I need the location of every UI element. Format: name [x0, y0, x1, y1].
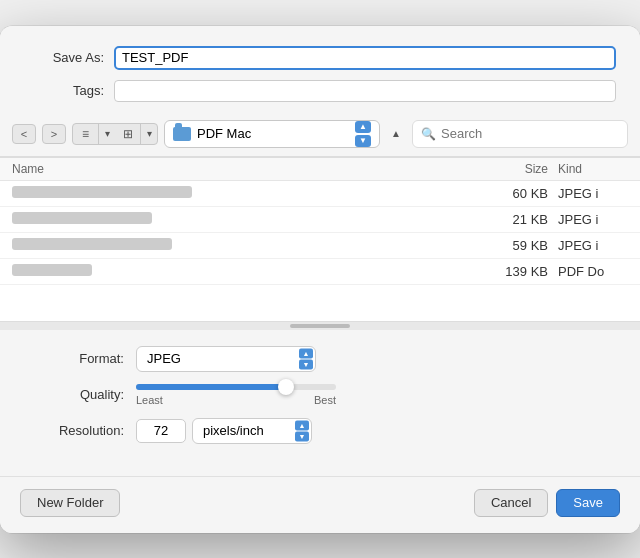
quality-slider-track: [136, 384, 336, 390]
save-as-label: Save As:: [24, 50, 104, 65]
forward-button[interactable]: >: [42, 124, 66, 144]
resolution-label: Resolution:: [24, 423, 124, 438]
resolution-row: Resolution: pixels/inch pixels/cm ▲ ▼: [24, 418, 616, 444]
divider-bar: [290, 324, 350, 328]
row-name-2: [12, 212, 468, 227]
footer: New Folder Cancel Save: [0, 476, 640, 533]
grid-view-button[interactable]: ⊞: [115, 124, 141, 144]
tags-input[interactable]: [114, 80, 616, 102]
new-folder-button[interactable]: New Folder: [20, 489, 120, 517]
table-body: 60 KB JPEG i 21 KB JPEG i 59 KB JPEG i: [0, 181, 640, 321]
folder-icon: [173, 127, 191, 141]
footer-right: Cancel Save: [474, 489, 620, 517]
tags-label: Tags:: [24, 83, 104, 98]
save-button[interactable]: Save: [556, 489, 620, 517]
table-row[interactable]: 21 KB JPEG i: [0, 207, 640, 233]
resolution-stepper-up[interactable]: ▲: [295, 420, 309, 430]
resize-handle[interactable]: [0, 322, 640, 330]
tags-row: Tags:: [24, 80, 616, 102]
slider-labels: Least Best: [136, 394, 336, 406]
bottom-section: Format: JPEG PNG TIFF PDF ▲ ▼ Quality:: [0, 330, 640, 476]
view-btn-group: ≡ ▾ ⊞ ▾: [72, 123, 158, 145]
col-name-header: Name: [12, 162, 468, 176]
list-view-button[interactable]: ≡: [73, 124, 99, 144]
resolution-unit-wrapper: pixels/inch pixels/cm ▲ ▼: [192, 418, 312, 444]
save-dialog: Save As: Tags: < > ≡ ▾ ⊞ ▾ PDF Mac ▲ ▼ ▲…: [0, 26, 640, 533]
location-stepper[interactable]: ▲ ▼: [355, 120, 371, 148]
row-size-3: 59 KB: [468, 238, 548, 253]
save-as-row: Save As:: [24, 46, 616, 70]
location-selector[interactable]: PDF Mac ▲ ▼: [164, 120, 380, 148]
row-name-1: [12, 186, 468, 201]
col-kind-header: Kind: [548, 162, 628, 176]
format-row: Format: JPEG PNG TIFF PDF ▲ ▼: [24, 346, 616, 372]
format-select[interactable]: JPEG PNG TIFF PDF: [136, 346, 316, 372]
cancel-button[interactable]: Cancel: [474, 489, 548, 517]
back-button[interactable]: <: [12, 124, 36, 144]
search-icon: 🔍: [421, 127, 436, 141]
table-row[interactable]: 60 KB JPEG i: [0, 181, 640, 207]
resolution-stepper: ▲ ▼: [295, 420, 309, 441]
resolution-unit-select[interactable]: pixels/inch pixels/cm: [192, 418, 312, 444]
row-kind-2: JPEG i: [548, 212, 628, 227]
table-header: Name Size Kind: [0, 158, 640, 181]
format-stepper: ▲ ▼: [299, 348, 313, 369]
format-stepper-up[interactable]: ▲: [299, 348, 313, 358]
top-section: Save As: Tags:: [0, 26, 640, 102]
quality-slider-thumb[interactable]: [278, 379, 294, 395]
collapse-button[interactable]: ▲: [386, 124, 406, 144]
list-view-dropdown[interactable]: ▾: [99, 124, 115, 144]
format-select-wrapper: JPEG PNG TIFF PDF ▲ ▼: [136, 346, 316, 372]
row-name-4: [12, 264, 468, 279]
table-row[interactable]: 139 KB PDF Do: [0, 259, 640, 285]
col-size-header: Size: [468, 162, 548, 176]
blurred-filename-1: [12, 186, 192, 198]
stepper-up[interactable]: ▲: [355, 121, 371, 133]
file-table: Name Size Kind 60 KB JPEG i 21 KB JPEG i: [0, 157, 640, 322]
blurred-filename-4: [12, 264, 92, 276]
row-kind-4: PDF Do: [548, 264, 628, 279]
save-as-input[interactable]: [114, 46, 616, 70]
toolbar: < > ≡ ▾ ⊞ ▾ PDF Mac ▲ ▼ ▲ 🔍: [0, 112, 640, 157]
table-row[interactable]: 59 KB JPEG i: [0, 233, 640, 259]
quality-best-label: Best: [314, 394, 336, 406]
search-input[interactable]: [441, 126, 619, 141]
search-box: 🔍: [412, 120, 628, 148]
stepper-down[interactable]: ▼: [355, 135, 371, 147]
row-kind-1: JPEG i: [548, 186, 628, 201]
location-name: PDF Mac: [197, 126, 349, 141]
blurred-filename-3: [12, 238, 172, 250]
format-label: Format:: [24, 351, 124, 366]
grid-view-dropdown[interactable]: ▾: [141, 124, 157, 144]
row-size-4: 139 KB: [468, 264, 548, 279]
quality-label: Quality:: [24, 387, 124, 402]
quality-slider-wrapper: Least Best: [136, 384, 336, 406]
resolution-stepper-down[interactable]: ▼: [295, 431, 309, 441]
row-size-1: 60 KB: [468, 186, 548, 201]
quality-slider-fill: [136, 384, 286, 390]
row-kind-3: JPEG i: [548, 238, 628, 253]
format-stepper-down[interactable]: ▼: [299, 359, 313, 369]
row-name-3: [12, 238, 468, 253]
quality-least-label: Least: [136, 394, 163, 406]
quality-row: Quality: Least Best: [24, 384, 616, 406]
resolution-input[interactable]: [136, 419, 186, 443]
blurred-filename-2: [12, 212, 152, 224]
row-size-2: 21 KB: [468, 212, 548, 227]
